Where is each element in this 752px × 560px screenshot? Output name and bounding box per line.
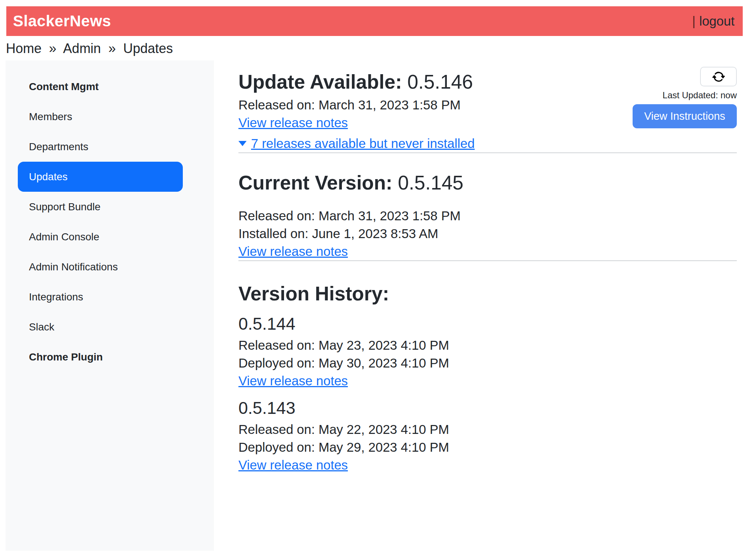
history-released-on: Released on: May 22, 2023 4:10 PM [238, 421, 737, 438]
sidebar-item-departments[interactable]: Departments [18, 132, 183, 162]
refresh-icon [712, 70, 725, 83]
breadcrumb-admin[interactable]: Admin [63, 41, 101, 56]
breadcrumb: Home » Admin » Updates [6, 40, 752, 57]
releases-notice-link[interactable]: 7 releases available but never installed [251, 135, 475, 152]
current-release-notes-link[interactable]: View release notes [238, 243, 348, 260]
sidebar-item-label: Admin Console [29, 231, 99, 243]
current-version-details: Released on: March 31, 2023 1:58 PM Inst… [238, 207, 737, 260]
current-version-number: 0.5.145 [398, 172, 464, 194]
version-history-entry: 0.5.144 Released on: May 23, 2023 4:10 P… [238, 314, 737, 390]
history-entry-details: Released on: May 23, 2023 4:10 PM Deploy… [238, 336, 737, 390]
sidebar-item-label: Slack [29, 321, 54, 333]
current-installed-on: Installed on: June 1, 2023 8:53 AM [238, 225, 737, 243]
history-release-notes-row: View release notes [238, 372, 737, 390]
breadcrumb-updates: Updates [123, 41, 173, 56]
view-instructions-button[interactable]: View Instructions [633, 104, 737, 128]
version-history-entry: 0.5.143 Released on: May 22, 2023 4:10 P… [238, 398, 737, 474]
sidebar-item-label: Departments [29, 141, 88, 153]
current-version-label: Current Version: [238, 172, 392, 194]
sidebar-item-integrations[interactable]: Integrations [18, 282, 183, 312]
sidebar-item-admin-console[interactable]: Admin Console [18, 222, 183, 252]
history-version-number: 0.5.144 [238, 314, 737, 334]
sidebar-item-label: Integrations [29, 291, 83, 303]
last-updated-text: Last Updated: now [663, 90, 737, 101]
update-available-label: Update Available: [238, 71, 402, 93]
sidebar-item-label: Chrome Plugin [29, 351, 103, 363]
app-logo[interactable]: SlackerNews [13, 12, 111, 30]
history-released-on: Released on: May 23, 2023 4:10 PM [238, 336, 737, 354]
history-deployed-on: Deployed on: May 30, 2023 4:10 PM [238, 354, 737, 372]
update-available-section: Update Available: 0.5.146 Released on: M… [238, 60, 737, 152]
sidebar-item-label: Updates [29, 171, 67, 183]
sidebar-item-label: Support Bundle [29, 201, 100, 213]
history-release-notes-row: View release notes [238, 456, 737, 474]
current-version-heading: Current Version: 0.5.145 [238, 171, 737, 195]
page-layout: Content Mgmt Members Departments Updates… [0, 60, 752, 551]
breadcrumb-separator: » [108, 41, 116, 56]
sidebar-item-label: Members [29, 111, 72, 123]
sidebar-item-chrome-plugin[interactable]: Chrome Plugin [18, 342, 183, 372]
history-release-notes-link[interactable]: View release notes [238, 456, 348, 474]
sidebar-item-content-mgmt[interactable]: Content Mgmt [18, 72, 183, 102]
breadcrumb-home[interactable]: Home [6, 41, 42, 56]
update-released-on: Released on: March 31, 2023 1:58 PM [238, 96, 475, 114]
sidebar-item-updates[interactable]: Updates [18, 162, 183, 192]
history-version-number: 0.5.143 [238, 398, 737, 418]
history-release-notes-link[interactable]: View release notes [238, 372, 348, 390]
main-content: Update Available: 0.5.146 Released on: M… [238, 60, 737, 474]
refresh-button[interactable] [700, 67, 737, 86]
sidebar-item-label: Admin Notifications [29, 261, 118, 273]
caret-down-icon [238, 141, 247, 146]
history-deployed-on: Deployed on: May 29, 2023 4:10 PM [238, 438, 737, 456]
version-history-section: Version History: 0.5.144 Released on: Ma… [238, 282, 737, 474]
app-header: SlackerNews | logout [6, 6, 743, 36]
logout-separator: | [692, 14, 696, 29]
update-release-notes-link[interactable]: View release notes [238, 114, 348, 132]
sidebar-item-support-bundle[interactable]: Support Bundle [18, 192, 183, 222]
releases-notice-row: 7 releases available but never installed [238, 135, 475, 152]
sidebar-nav-list: Content Mgmt Members Departments Updates… [6, 72, 214, 372]
sidebar-item-label: Content Mgmt [29, 81, 99, 93]
current-released-on: Released on: March 31, 2023 1:58 PM [238, 207, 737, 225]
logout-area: | logout [692, 14, 735, 29]
version-history-heading: Version History: [238, 282, 737, 306]
current-version-section: Current Version: 0.5.145 Released on: Ma… [238, 171, 737, 261]
breadcrumb-separator: » [49, 41, 56, 56]
admin-sidebar: Content Mgmt Members Departments Updates… [6, 60, 214, 551]
sidebar-item-slack[interactable]: Slack [18, 312, 183, 342]
update-controls: Last Updated: now View Instructions [633, 67, 737, 152]
section-divider [238, 152, 737, 153]
section-divider [238, 260, 737, 261]
update-release-notes-row: View release notes [238, 114, 475, 132]
sidebar-item-admin-notifications[interactable]: Admin Notifications [18, 252, 183, 282]
logout-link[interactable]: logout [699, 14, 735, 29]
history-entry-details: Released on: May 22, 2023 4:10 PM Deploy… [238, 421, 737, 474]
update-available-version: 0.5.146 [408, 71, 473, 93]
version-history-list: 0.5.144 Released on: May 23, 2023 4:10 P… [238, 314, 737, 474]
update-available-info: Update Available: 0.5.146 Released on: M… [238, 60, 475, 152]
update-available-heading: Update Available: 0.5.146 [238, 70, 475, 94]
current-release-notes-row: View release notes [238, 243, 737, 260]
sidebar-item-members[interactable]: Members [18, 102, 183, 132]
